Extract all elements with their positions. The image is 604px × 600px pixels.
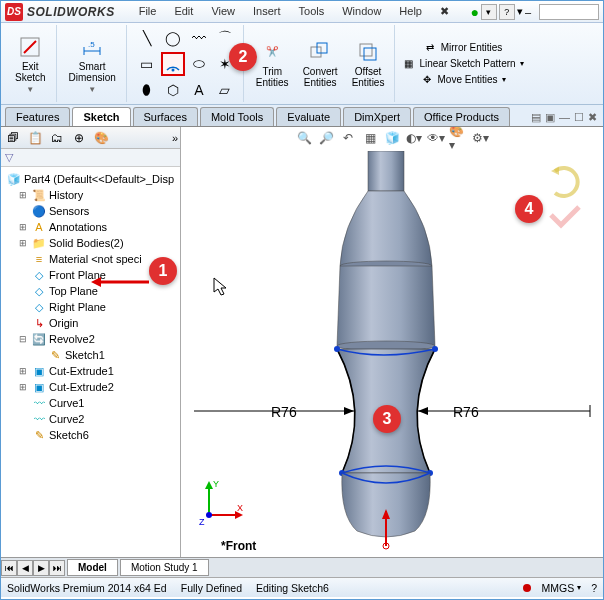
status-help-icon[interactable]: ? <box>591 582 597 594</box>
minus-icon[interactable]: – <box>525 6 531 18</box>
tree-item-material[interactable]: ≡Material <not speci <box>3 251 178 267</box>
bottom-tab-model[interactable]: Model <box>67 559 118 576</box>
fillet-tool[interactable]: ⌒ <box>213 26 237 50</box>
smart-dimension-button[interactable]: .5 Smart Dimension <box>65 33 120 85</box>
point-tool[interactable]: ✶ <box>213 52 237 76</box>
fm-tab-1[interactable]: 🗊 <box>3 129 23 147</box>
tree-item-cut-extrude2[interactable]: ⊞▣Cut-Extrude2 <box>3 379 178 395</box>
tree-item-sketch1[interactable]: ✎Sketch1 <box>3 347 178 363</box>
tree-item-front-plane[interactable]: ◇Front Plane <box>3 267 178 283</box>
tree-item-curve1[interactable]: 〰Curve1 <box>3 395 178 411</box>
dropdown-icon[interactable]: ▾ <box>517 5 523 18</box>
viewport-maximize-icon[interactable]: ☐ <box>574 111 584 124</box>
tab-sketch[interactable]: Sketch <box>72 107 130 126</box>
tree-item-revolve2[interactable]: ⊟🔄Revolve2 <box>3 331 178 347</box>
mirror-label: Mirror Entities <box>441 42 503 53</box>
convert-entities-button[interactable]: Convert Entities <box>299 38 342 90</box>
trim-entities-button[interactable]: ✂️ Trim Entities <box>252 38 293 90</box>
viewport-close-icon[interactable]: ✖ <box>588 111 597 124</box>
sketch-confirm-gizmo[interactable] <box>545 163 585 233</box>
tab-office-products[interactable]: Office Products <box>413 107 510 126</box>
tab-evaluate[interactable]: Evaluate <box>276 107 341 126</box>
fm-tab-4[interactable]: ⊕ <box>69 129 89 147</box>
tab-features[interactable]: Features <box>5 107 70 126</box>
tree-item-sensors[interactable]: 🔵Sensors <box>3 203 178 219</box>
mirror-entities-button[interactable]: ⇄Mirror Entities <box>423 41 503 55</box>
ellipse-tool[interactable]: ⬭ <box>187 52 211 76</box>
bt-next[interactable]: ▶ <box>33 560 49 576</box>
prev-view-icon[interactable]: ↶ <box>339 129 357 147</box>
fm-tab-5[interactable]: 🎨 <box>91 129 111 147</box>
status-units[interactable]: MMGS ▾ <box>541 582 581 594</box>
pattern-dropdown-icon[interactable]: ▾ <box>520 59 524 68</box>
exit-sketch-button[interactable]: Exit Sketch <box>11 33 50 85</box>
line-tool[interactable]: ╲ <box>135 26 159 50</box>
menu-insert[interactable]: Insert <box>245 2 289 21</box>
menu-tools[interactable]: Tools <box>291 2 333 21</box>
menu-file[interactable]: File <box>131 2 165 21</box>
help-button[interactable]: ? <box>499 4 515 20</box>
viewport-minimize-icon[interactable]: — <box>559 111 570 124</box>
polygon-tool[interactable]: ⬡ <box>161 78 185 102</box>
tree-item-right-plane[interactable]: ◇Right Plane <box>3 299 178 315</box>
text-tool[interactable]: A <box>187 78 211 102</box>
tab-mold-tools[interactable]: Mold Tools <box>200 107 274 126</box>
tree-item-origin[interactable]: ↳Origin <box>3 315 178 331</box>
bt-last[interactable]: ⏭ <box>49 560 65 576</box>
tree-item-sketch6[interactable]: ✎Sketch6 <box>3 427 178 443</box>
view-orientation-icon[interactable]: 🧊 <box>383 129 401 147</box>
bottom-tab-motion[interactable]: Motion Study 1 <box>120 559 209 576</box>
tree-item-top-plane[interactable]: ◇Top Plane <box>3 283 178 299</box>
tree-item-annotations[interactable]: ⊞AAnnotations <box>3 219 178 235</box>
smart-dimension-dropdown-icon[interactable]: ▼ <box>88 85 96 94</box>
fm-tab-3[interactable]: 🗂 <box>47 129 67 147</box>
menu-pin-icon[interactable]: ✖ <box>432 2 457 21</box>
spline-tool[interactable]: 〰 <box>187 26 211 50</box>
display-style-icon[interactable]: ◐▾ <box>405 129 423 147</box>
viewport-menu-icon[interactable]: ▤ <box>531 111 541 124</box>
arc-tool-highlighted[interactable] <box>161 52 185 76</box>
svg-point-12 <box>334 346 340 352</box>
menu-help[interactable]: Help <box>391 2 430 21</box>
zoom-fit-icon[interactable]: 🔍 <box>295 129 313 147</box>
tree-root[interactable]: 🧊 Part4 (Default<<Default>_Disp <box>3 171 178 187</box>
status-rec[interactable] <box>523 584 531 592</box>
new-doc-button[interactable]: ▾ <box>481 4 497 20</box>
offset-entities-button[interactable]: Offset Entities <box>348 38 389 90</box>
menu-edit[interactable]: Edit <box>166 2 201 21</box>
hide-show-icon[interactable]: 👁▾ <box>427 129 445 147</box>
sidebar-expand-icon[interactable]: » <box>172 132 178 144</box>
appearance-icon[interactable]: 🎨▾ <box>449 129 467 147</box>
menu-window[interactable]: Window <box>334 2 389 21</box>
circle-tool[interactable]: ◯ <box>161 26 185 50</box>
menu-view[interactable]: View <box>203 2 243 21</box>
filter-bar[interactable]: ▽ <box>1 149 180 167</box>
exit-sketch-dropdown-icon[interactable]: ▼ <box>26 85 34 94</box>
tab-surfaces[interactable]: Surfaces <box>133 107 198 126</box>
tree-item-cut-extrude1[interactable]: ⊞▣Cut-Extrude1 <box>3 363 178 379</box>
tree-item-curve2[interactable]: 〰Curve2 <box>3 411 178 427</box>
linear-pattern-button[interactable]: ▦Linear Sketch Pattern▾ <box>401 57 523 71</box>
zoom-area-icon[interactable]: 🔎 <box>317 129 335 147</box>
svg-marker-17 <box>344 407 354 415</box>
fm-tab-2[interactable]: 📋 <box>25 129 45 147</box>
tree-item-history[interactable]: ⊞📜History <box>3 187 178 203</box>
bt-prev[interactable]: ◀ <box>17 560 33 576</box>
rectangle-tool[interactable]: ▭ <box>135 52 159 76</box>
bt-first[interactable]: ⏮ <box>1 560 17 576</box>
svg-text:Y: Y <box>213 479 219 489</box>
tab-dimxpert[interactable]: DimXpert <box>343 107 411 126</box>
slot-tool[interactable]: ⬮ <box>135 78 159 102</box>
svg-point-13 <box>432 346 438 352</box>
smart-dimension-label: Smart Dimension <box>69 61 116 83</box>
scene-icon[interactable]: ⚙▾ <box>471 129 489 147</box>
viewport-restore-icon[interactable]: ▣ <box>545 111 555 124</box>
graphics-viewport[interactable]: 🔍 🔎 ↶ ▦ 🧊 ◐▾ 👁▾ 🎨▾ ⚙▾ <box>181 127 603 557</box>
move-dropdown-icon[interactable]: ▾ <box>502 75 506 84</box>
plane-tool[interactable]: ▱ <box>213 78 237 102</box>
traffic-light-icon[interactable]: ● <box>470 4 478 20</box>
search-input[interactable] <box>539 4 599 20</box>
move-entities-button[interactable]: ✥Move Entities▾ <box>420 73 506 87</box>
tree-item-solid-bodies[interactable]: ⊞📁Solid Bodies(2) <box>3 235 178 251</box>
section-view-icon[interactable]: ▦ <box>361 129 379 147</box>
